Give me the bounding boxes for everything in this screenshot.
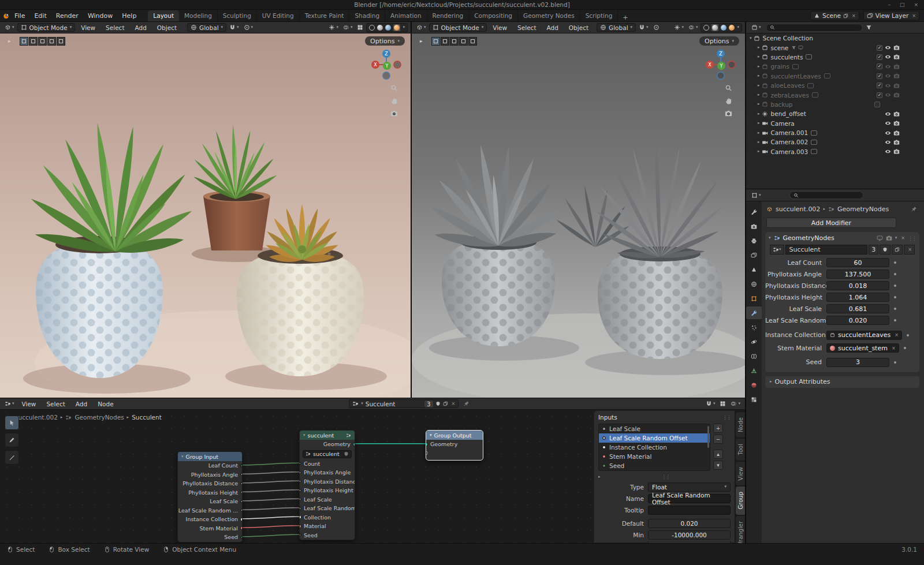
mode-dropdown[interactable]: Object Mode▾ bbox=[17, 23, 76, 32]
select-mode-new-icon[interactable] bbox=[20, 37, 28, 46]
menu-node[interactable]: Node bbox=[93, 401, 118, 407]
node-group-name-field[interactable]: Succulent bbox=[785, 245, 868, 255]
menu-window[interactable]: Window bbox=[83, 12, 117, 20]
default-value-field[interactable]: 0.020 bbox=[648, 519, 731, 528]
tab-modeling[interactable]: Modeling bbox=[179, 10, 218, 21]
list-item-selected[interactable]: Leaf Scale Random Offset bbox=[599, 433, 710, 443]
pin-icon[interactable] bbox=[911, 206, 917, 212]
tab-sculpting[interactable]: Sculpting bbox=[218, 10, 257, 21]
animate-dot[interactable] bbox=[894, 285, 896, 287]
editor-type-button[interactable]: ▾ bbox=[3, 399, 16, 409]
outliner-row-succulent-leaves[interactable]: ▸ succulentLeaves ✓ bbox=[746, 72, 924, 81]
tab-tool[interactable]: Tool bbox=[736, 439, 745, 460]
add-workspace-button[interactable]: + bbox=[618, 14, 632, 21]
tab-layout[interactable]: Layout bbox=[148, 10, 179, 21]
tab-texture[interactable] bbox=[746, 393, 762, 406]
socket-leaf-scale[interactable] bbox=[300, 497, 301, 502]
pan-hand-icon[interactable] bbox=[725, 97, 732, 104]
socket-geometry-in[interactable] bbox=[426, 442, 428, 446]
overlays-toggle[interactable] bbox=[718, 399, 728, 409]
tab-node[interactable]: Node bbox=[736, 412, 745, 437]
overlays-toggle[interactable]: ▾ bbox=[341, 23, 355, 32]
tooltip-input[interactable] bbox=[648, 506, 731, 515]
disable-render-camera-icon[interactable] bbox=[893, 63, 900, 70]
tab-modifiers[interactable] bbox=[746, 306, 762, 319]
tab-tool[interactable] bbox=[746, 205, 762, 218]
exclude-checkbox[interactable]: ✓ bbox=[877, 63, 882, 69]
zoom-icon[interactable] bbox=[725, 84, 732, 92]
select-mode-invert-icon[interactable] bbox=[47, 37, 56, 46]
outliner-row-camera-002[interactable]: ▸ Camera.002 bbox=[746, 137, 924, 147]
pan-hand-icon[interactable] bbox=[390, 97, 398, 104]
menu-view[interactable]: View bbox=[488, 24, 512, 31]
new-scene-icon[interactable] bbox=[843, 13, 848, 18]
socket-seed[interactable] bbox=[240, 535, 242, 540]
blender-logo-icon[interactable] bbox=[2, 12, 10, 20]
overlays-toggle[interactable]: ▾ bbox=[687, 23, 700, 32]
select-tool-button[interactable] bbox=[5, 416, 19, 430]
delete-modifier-icon[interactable]: × bbox=[900, 235, 905, 241]
socket-leaf-scale-random[interactable] bbox=[240, 508, 242, 512]
tab-uv-editing[interactable]: UV Editing bbox=[257, 10, 300, 21]
shading-solid-icon[interactable] bbox=[712, 25, 718, 31]
tab-material[interactable] bbox=[746, 379, 762, 391]
camera-view-icon[interactable] bbox=[725, 110, 732, 117]
tab-node-wrangler[interactable]: Node Wrangler bbox=[736, 516, 745, 543]
type-dropdown[interactable]: Float▾ bbox=[648, 482, 731, 492]
socket-leaf-scale[interactable] bbox=[240, 499, 242, 504]
disable-render-camera-icon[interactable] bbox=[893, 111, 900, 117]
node-group-browse-button[interactable]: ▾ bbox=[770, 245, 784, 255]
select-mode-subtract-icon[interactable] bbox=[38, 37, 47, 46]
fake-user-shield-icon[interactable] bbox=[435, 401, 441, 406]
exclude-checkbox[interactable]: ✓ bbox=[877, 83, 882, 88]
camera-view-icon[interactable] bbox=[390, 110, 398, 117]
gizmo-toggle[interactable]: ▾ bbox=[327, 23, 340, 32]
exclude-checkbox[interactable]: ✓ bbox=[877, 54, 882, 60]
xray-toggle[interactable] bbox=[355, 23, 365, 32]
list-item[interactable]: Leaf Scale bbox=[599, 424, 710, 433]
navigation-gizmo[interactable]: Z X Y bbox=[370, 48, 403, 81]
add-input-button[interactable]: + bbox=[713, 424, 723, 433]
outliner-search-input[interactable] bbox=[766, 24, 863, 32]
editor-type-button[interactable]: ▾ bbox=[415, 23, 428, 32]
tool-options-button[interactable]: Options▾ bbox=[699, 36, 739, 46]
hide-viewport-eye-icon[interactable] bbox=[885, 139, 891, 145]
animate-dot[interactable] bbox=[894, 296, 896, 298]
max-value-field-clipped[interactable] bbox=[648, 541, 731, 543]
socket-instance-collection[interactable] bbox=[240, 517, 242, 521]
node-group-output[interactable]: ▾Group Output Geometry bbox=[426, 430, 483, 461]
shading-wireframe-icon[interactable] bbox=[703, 25, 709, 31]
disable-render-camera-icon[interactable] bbox=[893, 139, 900, 145]
tab-rendering[interactable]: Rendering bbox=[427, 10, 470, 21]
name-input[interactable]: Leaf Scale Random Offset bbox=[648, 494, 731, 503]
add-modifier-button[interactable]: Add Modifier bbox=[766, 218, 896, 228]
menu-edit[interactable]: Edit bbox=[29, 12, 51, 20]
shading-rendered-icon[interactable] bbox=[394, 25, 400, 31]
outliner-row-camera[interactable]: ▸ Camera bbox=[746, 119, 924, 128]
shading-material-icon[interactable] bbox=[385, 25, 391, 31]
snap-toggle[interactable]: ▾ bbox=[637, 23, 650, 32]
proportional-edit-toggle[interactable]: ▾ bbox=[242, 23, 255, 32]
outliner-row-scene-collection[interactable]: ▾ Scene Collection bbox=[746, 33, 924, 43]
outliner-row-zebra-leaves[interactable]: ▸ zebraLeaves ✓ bbox=[746, 90, 924, 99]
list-scrollbar[interactable] bbox=[707, 426, 709, 448]
new-node-group-icon[interactable] bbox=[892, 245, 903, 255]
socket-phyllotaxis-distance[interactable] bbox=[300, 479, 301, 484]
tab-view-layer[interactable] bbox=[746, 249, 762, 261]
filter-icon[interactable] bbox=[866, 24, 872, 31]
menu-select[interactable]: Select bbox=[101, 24, 129, 31]
tab-object[interactable] bbox=[746, 292, 762, 305]
animate-dot[interactable] bbox=[907, 334, 909, 336]
min-value-field[interactable]: -10000.000 bbox=[648, 530, 731, 540]
properties-search-input[interactable] bbox=[789, 191, 863, 199]
display-render-icon[interactable] bbox=[886, 235, 892, 241]
menu-view[interactable]: View bbox=[76, 24, 100, 31]
socket-leaf-count[interactable] bbox=[240, 463, 242, 468]
select-mode-intersect-icon[interactable] bbox=[468, 37, 477, 46]
tab-constraints[interactable] bbox=[746, 350, 762, 362]
tab-scripting[interactable]: Scripting bbox=[580, 10, 619, 21]
hide-viewport-eye-icon[interactable] bbox=[885, 120, 891, 126]
node-succulent-group[interactable]: ▾succulent Geometry succulent Count Phyl… bbox=[299, 430, 355, 540]
hide-viewport-eye-icon[interactable] bbox=[885, 92, 891, 98]
outliner-row-backup[interactable]: ▸ backup bbox=[746, 100, 924, 109]
